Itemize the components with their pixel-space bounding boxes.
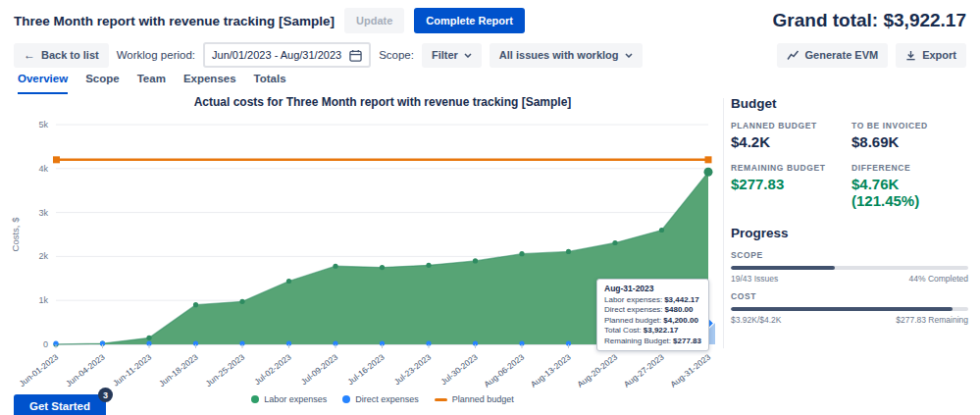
get-started-button[interactable]: Get Started 3 [14,394,106,415]
svg-text:4k: 4k [38,164,48,174]
worklog-period-label: Worklog period: [117,49,195,61]
legend-labor-expenses[interactable]: Labor expenses [251,394,327,404]
export-icon [905,50,916,61]
svg-text:Jul-23-2023: Jul-23-2023 [392,352,434,388]
chevron-down-icon [625,53,633,58]
tooltip-label: Total Cost: [604,326,642,335]
update-button[interactable]: Update [344,8,404,33]
tab-bar: Overview Scope Team Expenses Totals [18,73,286,94]
worklog-period-value: Jun/01/2023 - Aug/31/2023 [212,49,341,61]
svg-text:Jun-01-2023: Jun-01-2023 [17,352,60,389]
get-started-badge: 3 [98,388,113,402]
planned-budget-value: $4.2K [731,133,851,150]
svg-text:Aug-31-2023: Aug-31-2023 [668,352,712,389]
difference-label: DIFFERENCE [851,163,968,173]
planned-swatch-icon [435,398,447,401]
tooltip-row: Remaining Budget:$277.83 [604,337,701,346]
svg-text:Jul-09-2023: Jul-09-2023 [299,352,340,388]
svg-text:Aug-20-2023: Aug-20-2023 [575,352,619,389]
legend-direct-expenses[interactable]: Direct expenses [342,394,419,404]
issues-scope-value: All issues with worklog [499,49,619,61]
to-be-invoiced-label: TO BE INVOICED [851,121,968,130]
report-page: Three Month report with revenue tracking… [0,0,980,415]
tooltip-row: Planned budget:$4,200.00 [604,316,701,326]
cost-progress-right: $277.83 Remaining [896,315,968,325]
svg-text:2k: 2k [38,251,48,261]
svg-text:Jun-04-2023: Jun-04-2023 [64,352,107,389]
difference-value: $4.76K (121.45%) [851,176,968,209]
budget-item: DIFFERENCE $4.76K (121.45%) [851,163,968,222]
budget-item: TO BE INVOICED $8.69K [851,121,968,163]
panel-divider [723,98,724,348]
tab-expenses[interactable]: Expenses [183,73,236,94]
cost-progress-left: $3.92K/$4.2K [731,315,782,325]
planned-budget-label: PLANNED BUDGET [731,121,851,130]
tooltip-label: Planned budget: [604,316,661,325]
budget-title: Budget [731,96,968,111]
svg-text:Jul-02-2023: Jul-02-2023 [252,352,293,388]
chart-legend: Labor expenses Direct expenses Planned b… [235,394,530,404]
cost-progress-fill [731,307,953,311]
svg-text:Jul-30-2023: Jul-30-2023 [438,352,480,388]
remaining-budget-label: REMAINING BUDGET [731,163,851,173]
scope-progress-stats: 19/43 Issues 44% Completed [731,274,968,284]
svg-text:1k: 1k [38,295,48,305]
tab-scope[interactable]: Scope [85,73,120,94]
complete-report-button[interactable]: Complete Report [414,8,525,33]
tooltip-row: Labor expenses:$3,442.17 [604,295,701,305]
cost-progress-stats: $3.92K/$4.2K $277.83 Remaining [731,315,968,325]
scope-progress-fill [731,266,835,270]
tooltip-row: Direct expenses:$480.00 [604,305,701,315]
scope-filter-dropdown[interactable]: Filter [422,43,482,68]
export-button[interactable]: Export [896,43,966,68]
budget-grid: PLANNED BUDGET $4.2K TO BE INVOICED $8.6… [731,121,968,222]
remaining-budget-value: $277.83 [731,176,851,192]
svg-text:5k: 5k [38,120,48,130]
grand-total: Grand total: $3,922.17 [773,10,966,31]
budget-item: PLANNED BUDGET $4.2K [731,121,851,163]
chart-title: Actual costs for Three Month report with… [0,95,765,109]
progress-title: Progress [731,226,968,240]
tooltip-value: $3,922.17 [644,326,679,335]
svg-text:Costs, $: Costs, $ [10,217,21,252]
scope-progress-right: 44% Completed [909,274,968,284]
worklog-period-input[interactable]: Jun/01/2023 - Aug/31/2023 [203,42,371,68]
svg-text:Aug-13-2023: Aug-13-2023 [529,352,573,389]
legend-planned-budget[interactable]: Planned budget [435,394,514,404]
tab-totals[interactable]: Totals [254,73,286,94]
back-to-list-label: Back to list [41,49,99,61]
svg-text:Jul-16-2023: Jul-16-2023 [345,352,387,388]
back-to-list-button[interactable]: ← Back to list [14,43,109,68]
tooltip-date: Aug-31-2023 [604,284,701,294]
scope-progress-bar [731,266,968,270]
tab-team[interactable]: Team [137,73,166,94]
tooltip-label: Labor expenses: [604,295,662,304]
export-label: Export [922,49,956,61]
to-be-invoiced-value: $8.69K [851,133,968,150]
tooltip-label: Remaining Budget: [604,337,671,345]
tab-overview[interactable]: Overview [18,73,68,94]
cost-progress-bar [731,307,968,311]
toolbar: ← Back to list Worklog period: Jun/01/20… [14,41,966,69]
cost-chart[interactable]: 01k2k3k4k5kCosts, $Jun-01-2023Jun-04-202… [10,110,726,404]
legend-label: Planned budget [452,394,514,404]
scope-progress-label: SCOPE [731,250,968,260]
calendar-icon [349,49,362,62]
tooltip-value: $277.83 [673,337,701,345]
issues-scope-dropdown[interactable]: All issues with worklog [490,43,643,68]
back-arrow-icon: ← [24,49,35,61]
get-started-label: Get Started [29,400,90,412]
header: Three Month report with revenue tracking… [14,6,966,35]
generate-evm-button[interactable]: Generate EVM [777,43,889,68]
svg-text:Jun-18-2023: Jun-18-2023 [157,352,200,389]
svg-text:Aug-06-2023: Aug-06-2023 [482,352,526,389]
tooltip-value: $480.00 [665,305,694,314]
svg-text:Aug-27-2023: Aug-27-2023 [622,352,666,389]
chevron-down-icon [464,53,472,58]
labor-swatch-icon [251,395,259,403]
svg-text:Jun-11-2023: Jun-11-2023 [111,352,153,389]
generate-evm-label: Generate EVM [805,49,879,61]
scope-progress-left: 19/43 Issues [731,274,778,284]
tooltip-row: Total Cost:$3,922.17 [604,326,701,336]
tooltip-value: $4,200.00 [663,316,698,325]
